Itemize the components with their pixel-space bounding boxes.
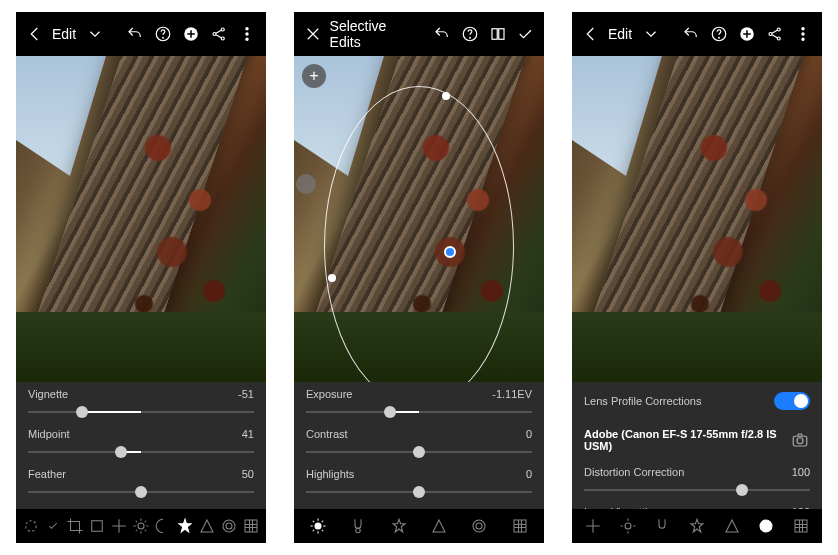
tool-detail-icon[interactable] <box>198 517 216 535</box>
undo-icon[interactable] <box>680 23 702 45</box>
svg-point-31 <box>802 33 804 35</box>
svg-point-34 <box>797 438 803 444</box>
tool-strip <box>294 509 544 543</box>
more-icon[interactable] <box>236 23 258 45</box>
slider-lens-vignetting: Lens Vignetting100 <box>572 500 822 509</box>
tool-optics-icon[interactable] <box>757 517 775 535</box>
tool-optics-icon[interactable] <box>220 517 238 535</box>
svg-point-28 <box>777 28 780 31</box>
slider-highlights: Highlights0 <box>294 462 544 502</box>
tool-effects-icon[interactable] <box>688 517 706 535</box>
mode-title[interactable]: Edit <box>52 26 76 42</box>
adjust-panel: Lens Profile Corrections Adobe (Canon EF… <box>572 382 822 509</box>
help-icon[interactable] <box>459 23 481 45</box>
adjust-panel: Exposure-1.11EV Contrast0 Highlights0 Sh… <box>294 382 544 509</box>
svg-point-29 <box>777 37 780 40</box>
svg-point-4 <box>221 28 224 31</box>
tool-optics-icon[interactable] <box>470 517 488 535</box>
mask-center-pin[interactable] <box>444 246 456 258</box>
tool-heal-icon[interactable] <box>44 517 62 535</box>
svg-rect-38 <box>795 520 807 532</box>
lens-profile-row[interactable]: Adobe (Canon EF-S 17-55mm f/2.8 IS USM) <box>572 420 822 460</box>
tool-strip <box>16 509 266 543</box>
slider-track[interactable] <box>306 404 532 420</box>
mode-title: Selective Edits <box>330 18 420 50</box>
more-icon[interactable] <box>792 23 814 45</box>
mode-title[interactable]: Edit <box>608 26 632 42</box>
mask-indicator-icon[interactable] <box>296 174 316 194</box>
slider-label: Exposure <box>306 388 352 400</box>
slider-value: 41 <box>242 428 254 440</box>
back-icon[interactable] <box>24 23 46 45</box>
tool-detail-icon[interactable] <box>723 517 741 535</box>
tool-color-icon[interactable] <box>349 517 367 535</box>
tool-detail-icon[interactable] <box>430 517 448 535</box>
lens-profile-toggle[interactable] <box>774 392 810 410</box>
mask-handle-left[interactable] <box>328 274 336 282</box>
share-icon[interactable] <box>764 23 786 45</box>
slider-value: 0 <box>526 468 532 480</box>
tool-effects-icon[interactable] <box>176 517 194 535</box>
topbar: Edit <box>16 12 266 56</box>
confirm-icon[interactable] <box>514 23 536 45</box>
slider-exposure: Exposure-1.11EV <box>294 382 544 422</box>
svg-rect-14 <box>245 520 257 532</box>
tool-auto-icon[interactable] <box>584 517 602 535</box>
slider-track[interactable] <box>584 482 810 498</box>
tool-geometry-icon[interactable] <box>792 517 810 535</box>
tool-geometry-icon[interactable] <box>242 517 260 535</box>
slider-track[interactable] <box>28 444 254 460</box>
help-icon[interactable] <box>152 23 174 45</box>
close-icon[interactable] <box>302 23 324 45</box>
tool-crop-icon[interactable] <box>66 517 84 535</box>
share-icon[interactable] <box>208 23 230 45</box>
tool-color-icon[interactable] <box>653 517 671 535</box>
svg-rect-10 <box>92 521 103 532</box>
slider-value: 50 <box>242 468 254 480</box>
svg-point-27 <box>769 33 772 36</box>
add-icon[interactable] <box>180 23 202 45</box>
tool-color-icon[interactable] <box>154 517 172 535</box>
lens-profile-name: Adobe (Canon EF-S 17-55mm f/2.8 IS USM) <box>584 428 790 452</box>
svg-point-7 <box>246 33 248 35</box>
back-icon[interactable] <box>580 23 602 45</box>
svg-point-9 <box>26 521 37 532</box>
undo-icon[interactable] <box>124 23 146 45</box>
image-preview[interactable]: + <box>294 56 544 382</box>
adjust-panel: Vignette-51 Midpoint41 Feather50 Roundne… <box>16 382 266 509</box>
help-icon[interactable] <box>708 23 730 45</box>
tool-auto-icon[interactable] <box>110 517 128 535</box>
image-preview[interactable] <box>16 56 266 382</box>
topbar: Selective Edits <box>294 12 544 56</box>
svg-point-12 <box>223 520 235 532</box>
mask-handle-top[interactable] <box>442 92 450 100</box>
image-preview[interactable] <box>572 56 822 382</box>
camera-icon <box>790 429 810 451</box>
slider-track[interactable] <box>28 404 254 420</box>
tool-light-icon[interactable] <box>619 517 637 535</box>
before-after-icon[interactable] <box>487 23 509 45</box>
slider-distortion: Distortion Correction100 <box>572 460 822 500</box>
tool-reset-icon[interactable] <box>511 517 529 535</box>
slider-track[interactable] <box>28 484 254 500</box>
tool-selective-icon[interactable] <box>22 517 40 535</box>
slider-track[interactable] <box>306 444 532 460</box>
tool-profiles-icon[interactable] <box>88 517 106 535</box>
tool-light-icon[interactable] <box>309 517 327 535</box>
slider-vignette: Vignette-51 <box>16 382 266 422</box>
add-icon[interactable] <box>736 23 758 45</box>
slider-shadows: Shadows0 <box>294 502 544 509</box>
lens-profile-toggle-row: Lens Profile Corrections <box>572 382 822 420</box>
chevron-down-icon[interactable] <box>84 23 106 45</box>
chevron-down-icon[interactable] <box>640 23 662 45</box>
slider-track[interactable] <box>306 484 532 500</box>
svg-point-30 <box>802 28 804 30</box>
svg-rect-17 <box>492 29 497 40</box>
svg-point-3 <box>213 33 216 36</box>
add-mask-button[interactable]: + <box>302 64 326 88</box>
svg-point-13 <box>226 523 232 529</box>
slider-roundness: Roundness0 <box>16 502 266 509</box>
tool-light-icon[interactable] <box>132 517 150 535</box>
undo-icon[interactable] <box>432 23 454 45</box>
tool-effects-icon[interactable] <box>390 517 408 535</box>
